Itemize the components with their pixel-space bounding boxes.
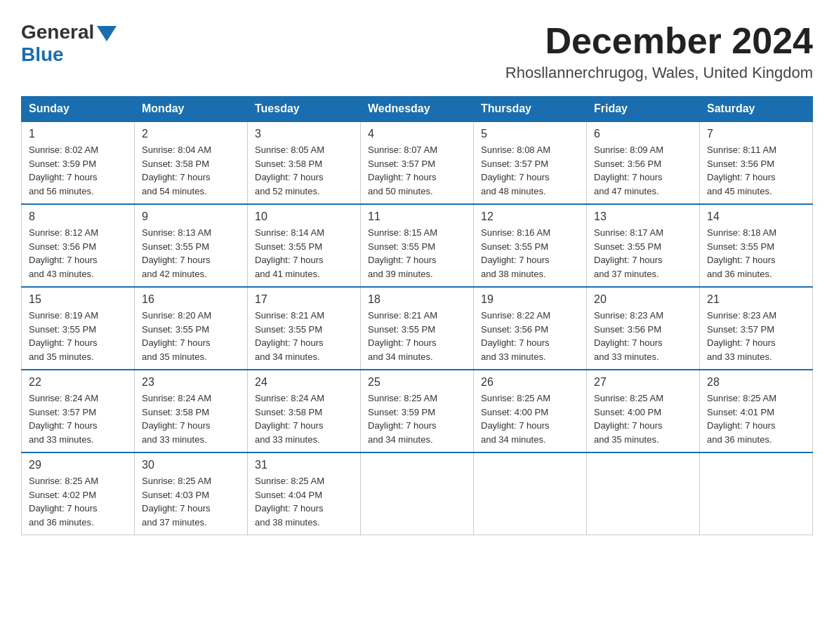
day-number: 7	[707, 128, 805, 140]
day-info: Sunrise: 8:17 AMSunset: 3:55 PMDaylight:…	[594, 226, 692, 281]
day-number: 17	[255, 293, 353, 306]
calendar-cell: 28 Sunrise: 8:25 AMSunset: 4:01 PMDaylig…	[700, 370, 813, 452]
calendar-cell: 11 Sunrise: 8:15 AMSunset: 3:55 PMDaylig…	[361, 204, 474, 287]
day-number: 24	[255, 376, 353, 389]
day-info: Sunrise: 8:18 AMSunset: 3:55 PMDaylight:…	[707, 226, 805, 281]
weekday-header-friday: Friday	[587, 97, 700, 122]
calendar-cell: 12 Sunrise: 8:16 AMSunset: 3:55 PMDaylig…	[474, 204, 587, 287]
day-number: 6	[594, 128, 692, 140]
day-info: Sunrise: 8:25 AMSunset: 3:59 PMDaylight:…	[368, 391, 466, 446]
header: General Blue December 2024 Rhosllannerch…	[21, 21, 813, 82]
day-number: 8	[29, 210, 127, 223]
day-number: 27	[594, 376, 692, 389]
calendar-cell: 15 Sunrise: 8:19 AMSunset: 3:55 PMDaylig…	[22, 287, 135, 370]
day-number: 20	[594, 293, 692, 306]
day-info: Sunrise: 8:04 AMSunset: 3:58 PMDaylight:…	[142, 143, 240, 198]
day-info: Sunrise: 8:16 AMSunset: 3:55 PMDaylight:…	[481, 226, 579, 281]
calendar-cell: 16 Sunrise: 8:20 AMSunset: 3:55 PMDaylig…	[135, 287, 248, 370]
day-info: Sunrise: 8:24 AMSunset: 3:58 PMDaylight:…	[142, 391, 240, 446]
calendar-cell	[474, 452, 587, 535]
calendar-cell	[587, 452, 700, 535]
day-info: Sunrise: 8:11 AMSunset: 3:56 PMDaylight:…	[707, 143, 805, 198]
day-number: 1	[29, 128, 127, 140]
day-number: 18	[368, 293, 466, 306]
week-row-1: 1 Sunrise: 8:02 AMSunset: 3:59 PMDayligh…	[22, 121, 813, 204]
day-number: 16	[142, 293, 240, 306]
calendar-cell: 23 Sunrise: 8:24 AMSunset: 3:58 PMDaylig…	[135, 370, 248, 452]
month-title: December 2024	[505, 21, 813, 61]
week-row-2: 8 Sunrise: 8:12 AMSunset: 3:56 PMDayligh…	[22, 204, 813, 287]
logo: General Blue	[21, 21, 117, 66]
calendar-cell: 5 Sunrise: 8:08 AMSunset: 3:57 PMDayligh…	[474, 121, 587, 204]
weekday-header-sunday: Sunday	[22, 97, 135, 122]
week-row-3: 15 Sunrise: 8:19 AMSunset: 3:55 PMDaylig…	[22, 287, 813, 370]
day-info: Sunrise: 8:02 AMSunset: 3:59 PMDaylight:…	[29, 143, 127, 198]
week-row-4: 22 Sunrise: 8:24 AMSunset: 3:57 PMDaylig…	[22, 370, 813, 452]
day-number: 19	[481, 293, 579, 306]
weekday-header-saturday: Saturday	[700, 97, 813, 122]
day-number: 5	[481, 128, 579, 140]
day-number: 22	[29, 376, 127, 389]
day-number: 21	[707, 293, 805, 306]
day-number: 15	[29, 293, 127, 306]
day-number: 4	[368, 128, 466, 140]
calendar-cell: 27 Sunrise: 8:25 AMSunset: 4:00 PMDaylig…	[587, 370, 700, 452]
calendar-cell: 9 Sunrise: 8:13 AMSunset: 3:55 PMDayligh…	[135, 204, 248, 287]
location-title: Rhosllannerchrugog, Wales, United Kingdo…	[505, 64, 813, 82]
day-number: 13	[594, 210, 692, 223]
day-number: 9	[142, 210, 240, 223]
calendar-cell: 22 Sunrise: 8:24 AMSunset: 3:57 PMDaylig…	[22, 370, 135, 452]
day-info: Sunrise: 8:13 AMSunset: 3:55 PMDaylight:…	[142, 226, 240, 281]
calendar-cell: 18 Sunrise: 8:21 AMSunset: 3:55 PMDaylig…	[361, 287, 474, 370]
weekday-header-monday: Monday	[135, 97, 248, 122]
day-info: Sunrise: 8:25 AMSunset: 4:00 PMDaylight:…	[594, 391, 692, 446]
day-info: Sunrise: 8:09 AMSunset: 3:56 PMDaylight:…	[594, 143, 692, 198]
weekday-header-wednesday: Wednesday	[361, 97, 474, 122]
calendar-cell: 24 Sunrise: 8:24 AMSunset: 3:58 PMDaylig…	[248, 370, 361, 452]
calendar-cell: 19 Sunrise: 8:22 AMSunset: 3:56 PMDaylig…	[474, 287, 587, 370]
calendar-cell: 2 Sunrise: 8:04 AMSunset: 3:58 PMDayligh…	[135, 121, 248, 204]
day-number: 3	[255, 128, 353, 140]
day-info: Sunrise: 8:25 AMSunset: 4:03 PMDaylight:…	[142, 474, 240, 529]
calendar-cell: 10 Sunrise: 8:14 AMSunset: 3:55 PMDaylig…	[248, 204, 361, 287]
day-info: Sunrise: 8:12 AMSunset: 3:56 PMDaylight:…	[29, 226, 127, 281]
calendar-cell: 20 Sunrise: 8:23 AMSunset: 3:56 PMDaylig…	[587, 287, 700, 370]
day-info: Sunrise: 8:05 AMSunset: 3:58 PMDaylight:…	[255, 143, 353, 198]
calendar-cell: 4 Sunrise: 8:07 AMSunset: 3:57 PMDayligh…	[361, 121, 474, 204]
day-info: Sunrise: 8:14 AMSunset: 3:55 PMDaylight:…	[255, 226, 353, 281]
calendar-cell: 8 Sunrise: 8:12 AMSunset: 3:56 PMDayligh…	[22, 204, 135, 287]
calendar-cell: 21 Sunrise: 8:23 AMSunset: 3:57 PMDaylig…	[700, 287, 813, 370]
day-info: Sunrise: 8:24 AMSunset: 3:58 PMDaylight:…	[255, 391, 353, 446]
day-info: Sunrise: 8:08 AMSunset: 3:57 PMDaylight:…	[481, 143, 579, 198]
calendar-table: SundayMondayTuesdayWednesdayThursdayFrid…	[21, 96, 813, 535]
weekday-header-row: SundayMondayTuesdayWednesdayThursdayFrid…	[22, 97, 813, 122]
calendar-cell	[361, 452, 474, 535]
day-info: Sunrise: 8:25 AMSunset: 4:01 PMDaylight:…	[707, 391, 805, 446]
day-info: Sunrise: 8:07 AMSunset: 3:57 PMDaylight:…	[368, 143, 466, 198]
title-area: December 2024 Rhosllannerchrugog, Wales,…	[505, 21, 813, 82]
calendar-cell: 1 Sunrise: 8:02 AMSunset: 3:59 PMDayligh…	[22, 121, 135, 204]
calendar-cell: 17 Sunrise: 8:21 AMSunset: 3:55 PMDaylig…	[248, 287, 361, 370]
day-info: Sunrise: 8:22 AMSunset: 3:56 PMDaylight:…	[481, 309, 579, 363]
calendar-cell: 7 Sunrise: 8:11 AMSunset: 3:56 PMDayligh…	[700, 121, 813, 204]
week-row-5: 29 Sunrise: 8:25 AMSunset: 4:02 PMDaylig…	[22, 452, 813, 535]
logo-general-text: General	[21, 21, 94, 43]
weekday-header-tuesday: Tuesday	[248, 97, 361, 122]
logo-blue-text: Blue	[21, 43, 64, 66]
calendar-cell: 3 Sunrise: 8:05 AMSunset: 3:58 PMDayligh…	[248, 121, 361, 204]
weekday-header-thursday: Thursday	[474, 97, 587, 122]
day-number: 10	[255, 210, 353, 223]
day-info: Sunrise: 8:25 AMSunset: 4:04 PMDaylight:…	[255, 474, 353, 529]
day-number: 28	[707, 376, 805, 389]
day-info: Sunrise: 8:23 AMSunset: 3:56 PMDaylight:…	[594, 309, 692, 363]
calendar-cell: 25 Sunrise: 8:25 AMSunset: 3:59 PMDaylig…	[361, 370, 474, 452]
day-number: 31	[255, 459, 353, 471]
day-number: 26	[481, 376, 579, 389]
day-number: 23	[142, 376, 240, 389]
day-number: 11	[368, 210, 466, 223]
day-number: 12	[481, 210, 579, 223]
logo-triangle-icon	[97, 26, 117, 41]
day-info: Sunrise: 8:25 AMSunset: 4:00 PMDaylight:…	[481, 391, 579, 446]
calendar-cell: 6 Sunrise: 8:09 AMSunset: 3:56 PMDayligh…	[587, 121, 700, 204]
day-number: 14	[707, 210, 805, 223]
